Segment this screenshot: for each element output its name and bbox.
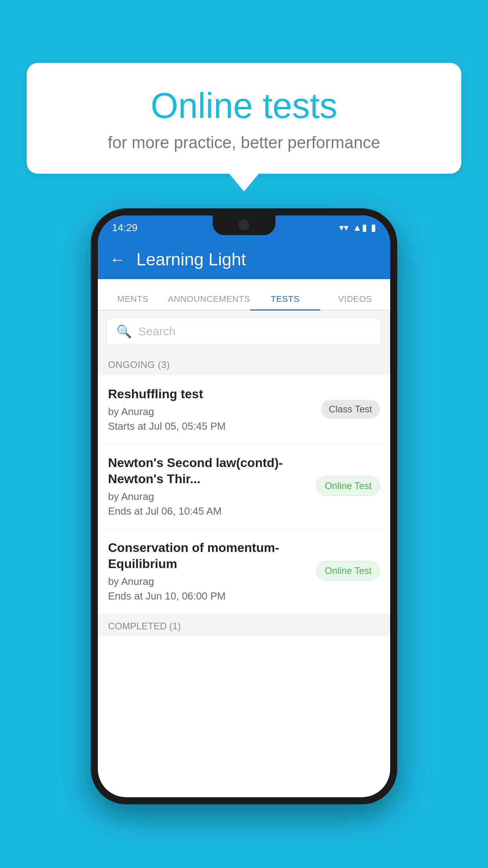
test-name-3: Conservation of momentum-Equilibrium <box>108 540 310 572</box>
test-item-3[interactable]: Conservation of momentum-Equilibrium by … <box>98 529 390 614</box>
tabs-bar: MENTS ANNOUNCEMENTS TESTS VIDEOS <box>98 279 390 311</box>
phone-camera <box>238 219 250 230</box>
app-header: ← Learning Light <box>98 240 390 279</box>
test-author-2: by Anurag <box>108 491 310 503</box>
promo-bubble: Online tests for more practice, better p… <box>27 63 461 174</box>
search-box[interactable]: 🔍 Search <box>106 318 382 345</box>
tab-announcements[interactable]: ANNOUNCEMENTS <box>168 294 250 310</box>
battery-icon: ▮ <box>371 222 376 233</box>
status-time: 14:29 <box>112 222 138 234</box>
phone-screen: 14:29 ▾▾ ▲▮ ▮ ← Learning Light MENTS ANN… <box>98 215 390 797</box>
search-container: 🔍 Search <box>98 311 390 352</box>
bubble-title: Online tests <box>46 86 442 125</box>
status-icons: ▾▾ ▲▮ ▮ <box>339 222 376 233</box>
phone-mockup: 14:29 ▾▾ ▲▮ ▮ ← Learning Light MENTS ANN… <box>91 208 397 804</box>
phone-notch <box>213 215 275 235</box>
test-info-3: Conservation of momentum-Equilibrium by … <box>108 540 310 602</box>
test-author-1: by Anurag <box>108 406 315 418</box>
ongoing-section-header: ONGOING (3) <box>98 352 390 375</box>
test-info-2: Newton's Second law(contd)-Newton's Thir… <box>108 455 310 517</box>
test-time-2: Ends at Jul 06, 10:45 AM <box>108 505 310 517</box>
test-name-1: Reshuffling test <box>108 386 315 403</box>
test-badge-3: Online Test <box>316 561 380 581</box>
tab-videos[interactable]: VIDEOS <box>320 294 390 310</box>
tab-ments[interactable]: MENTS <box>98 294 168 310</box>
phone-outer: 14:29 ▾▾ ▲▮ ▮ ← Learning Light MENTS ANN… <box>91 208 397 804</box>
tab-tests[interactable]: TESTS <box>250 294 320 310</box>
completed-section-header: COMPLETED (1) <box>98 614 390 636</box>
signal-icon: ▲▮ <box>352 222 367 233</box>
back-button[interactable]: ← <box>110 251 125 268</box>
test-badge-2: Online Test <box>316 476 380 496</box>
test-time-3: Ends at Jun 10, 06:00 PM <box>108 590 310 602</box>
test-time-1: Starts at Jul 05, 05:45 PM <box>108 420 315 432</box>
test-item-2[interactable]: Newton's Second law(contd)-Newton's Thir… <box>98 444 390 529</box>
search-icon: 🔍 <box>116 324 132 339</box>
bubble-subtitle: for more practice, better performance <box>46 133 442 152</box>
search-input[interactable]: Search <box>138 325 176 338</box>
test-author-3: by Anurag <box>108 576 310 588</box>
test-item-1[interactable]: Reshuffling test by Anurag Starts at Jul… <box>98 375 390 444</box>
app-title: Learning Light <box>136 250 246 269</box>
test-badge-1: Class Test <box>321 400 380 419</box>
test-name-2: Newton's Second law(contd)-Newton's Thir… <box>108 455 310 487</box>
test-info-1: Reshuffling test by Anurag Starts at Jul… <box>108 386 315 432</box>
wifi-icon: ▾▾ <box>339 222 349 233</box>
